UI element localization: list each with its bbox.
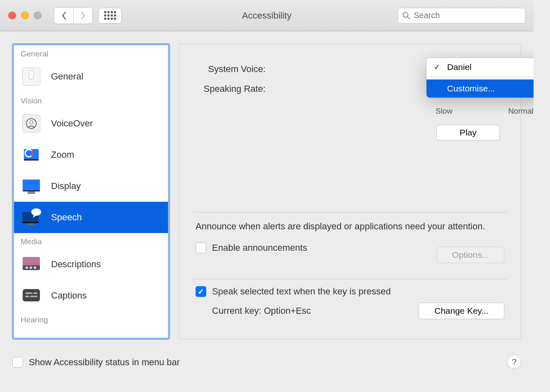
dropdown-separator (426, 76, 534, 79)
svg-rect-13 (27, 223, 34, 225)
current-key-row: Current key: Option+Esc Change Key... (196, 303, 504, 319)
svg-rect-23 (25, 296, 29, 297)
play-button[interactable]: Play (436, 125, 500, 140)
speech-icon (21, 207, 42, 228)
svg-rect-8 (23, 180, 40, 190)
system-voice-label: System Voice: (196, 64, 266, 75)
speak-selected-checkbox[interactable] (196, 286, 206, 297)
divider (193, 212, 507, 212)
search-icon (402, 12, 410, 20)
svg-point-14 (31, 208, 41, 216)
window-title: Accessibility (242, 10, 291, 21)
sidebar-item-display[interactable]: Display (14, 170, 168, 202)
content: General General Vision VoiceOver Zoom (0, 31, 534, 349)
show-status-checkbox[interactable] (12, 357, 23, 368)
nav-buttons (54, 7, 93, 24)
svg-point-3 (30, 121, 33, 124)
dropdown-item-label: Customise... (447, 84, 495, 93)
zoom-window-button (34, 12, 42, 19)
speak-selected-row: Speak selected text when the key is pres… (196, 286, 504, 297)
grid-icon (104, 11, 116, 20)
svg-rect-20 (23, 289, 40, 301)
sidebar-item-captions[interactable]: Captions (14, 280, 168, 311)
search-field[interactable] (398, 8, 525, 23)
captions-icon (21, 285, 42, 306)
search-input[interactable] (414, 11, 521, 20)
sidebar-item-label: Zoom (51, 149, 74, 160)
svg-point-2 (26, 119, 36, 128)
checkmark-icon: ✓ (434, 63, 442, 72)
divider (193, 279, 507, 279)
svg-line-1 (408, 17, 410, 19)
svg-rect-22 (33, 292, 37, 294)
sidebar-item-speech[interactable]: Speech (14, 202, 168, 233)
sidebar-item-label: Captions (51, 290, 87, 301)
back-button[interactable] (54, 8, 73, 23)
sidebar[interactable]: General General Vision VoiceOver Zoom (12, 44, 170, 339)
speak-selected-section: Speak selected text when the key is pres… (196, 286, 504, 319)
main-panel: System Voice: Speaking Rate: Slow Normal… (179, 44, 521, 339)
sidebar-item-voiceover[interactable]: VoiceOver (14, 108, 168, 139)
traffic-lights (8, 12, 42, 19)
dropdown-item-daniel[interactable]: ✓ Daniel (426, 58, 534, 76)
svg-point-0 (403, 12, 408, 17)
sidebar-item-zoom[interactable]: Zoom (14, 139, 168, 170)
slider-label-slow: Slow (436, 107, 452, 116)
options-button: Options... (437, 247, 504, 263)
announce-section: Announce when alerts are displayed or ap… (196, 220, 504, 253)
zoom-icon (21, 144, 42, 166)
sidebar-item-label: Display (51, 181, 81, 191)
chevron-left-icon (61, 11, 67, 20)
svg-rect-5 (24, 159, 39, 161)
general-icon (21, 66, 42, 87)
speaking-rate-labels: Slow Normal Fast (436, 107, 534, 116)
minimize-window-button[interactable] (21, 12, 29, 19)
current-key-label: Current key: Option+Esc (212, 306, 311, 316)
announce-description: Announce when alerts are displayed or ap… (196, 220, 504, 233)
section-header-media: Media (14, 233, 168, 249)
show-status-row: Show Accessibility status in menu bar (12, 357, 180, 368)
enable-announcements-label: Enable announcements (212, 243, 307, 253)
chevron-right-icon (80, 11, 86, 20)
svg-rect-21 (25, 292, 33, 294)
voiceover-icon (21, 113, 42, 134)
svg-point-18 (30, 266, 32, 269)
sidebar-item-label: General (51, 71, 83, 82)
display-icon (21, 175, 42, 197)
svg-rect-12 (22, 222, 39, 223)
window: Accessibility General General Vision Voi… (0, 0, 534, 376)
dropdown-item-customise[interactable]: Customise... (426, 79, 534, 98)
dropdown-item-label: Daniel (447, 62, 472, 72)
bottom-bar: Show Accessibility status in menu bar ? (0, 349, 534, 376)
system-voice-dropdown[interactable]: ✓ Daniel Customise... (426, 58, 534, 98)
section-header-vision: Vision (14, 92, 168, 108)
close-window-button[interactable] (8, 12, 16, 19)
sidebar-item-label: Descriptions (51, 259, 101, 270)
descriptions-icon (21, 254, 42, 275)
titlebar: Accessibility (0, 0, 534, 31)
svg-rect-10 (28, 191, 35, 194)
sidebar-item-label: VoiceOver (51, 118, 93, 129)
sidebar-item-general[interactable]: General (14, 61, 168, 92)
help-button[interactable]: ? (507, 355, 521, 369)
sidebar-item-descriptions[interactable]: Descriptions (14, 249, 168, 280)
slider-label-normal: Normal (508, 107, 534, 116)
svg-point-17 (26, 266, 28, 269)
forward-button[interactable] (73, 8, 92, 23)
svg-point-19 (34, 266, 36, 269)
speak-selected-label: Speak selected text when the key is pres… (212, 286, 391, 297)
section-header-hearing: Hearing (14, 311, 168, 327)
change-key-button[interactable]: Change Key... (419, 303, 504, 319)
sidebar-item-label: Speech (51, 212, 82, 223)
svg-rect-9 (23, 190, 40, 191)
enable-announcements-checkbox[interactable] (196, 243, 206, 253)
show-all-button[interactable] (98, 8, 121, 23)
section-header-general: General (14, 45, 168, 61)
show-status-label: Show Accessibility status in menu bar (29, 357, 180, 368)
svg-rect-24 (30, 296, 37, 297)
speaking-rate-label: Speaking Rate: (196, 84, 266, 94)
